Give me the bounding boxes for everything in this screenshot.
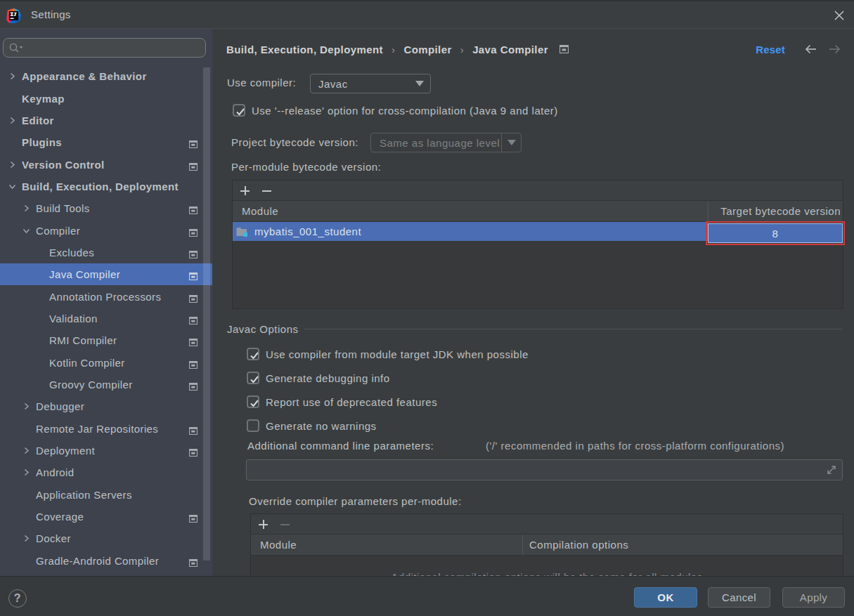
search-input[interactable] [3,38,206,58]
option-checkbox[interactable] [247,419,259,432]
sidebar-item-deployment[interactable]: Deployment [0,440,212,461]
configurable-icon-slot [189,447,198,454]
sidebar-item-excludes[interactable]: Excludes [0,242,212,263]
sidebar-item-plugins[interactable]: Plugins [0,131,212,153]
sidebar-item-label: Appearance & Behavior [22,70,147,82]
target-bytecode-cell[interactable]: 8 [708,223,843,243]
add-module-button[interactable] [239,185,251,197]
tree-arrow-spacer [19,510,33,524]
sidebar-item-label: Groovy Compiler [49,379,133,391]
project-bytecode-select[interactable]: Same as language level [370,133,522,152]
sidebar-item-annotation-processors[interactable]: Annotation Processors [0,285,212,307]
sidebar-item-label: Java Compiler [49,268,120,280]
settings-sidebar: Appearance & BehaviorKeymapEditorPlugins… [0,29,212,576]
compilation-options-column-header[interactable]: Compilation options [523,535,843,555]
sidebar-item-version-control[interactable]: Version Control [0,153,212,175]
sidebar-item-compiler[interactable]: Compiler [0,219,212,241]
apply-button[interactable]: Apply [782,587,845,608]
sidebar-item-java-compiler[interactable]: Java Compiler [0,263,212,285]
sidebar-item-label: Editor [22,114,54,126]
tree-collapse-arrow[interactable] [5,179,19,193]
sidebar-scrollbar[interactable] [203,67,210,561]
sidebar-item-label: Docker [36,532,71,544]
reset-link[interactable]: Reset [756,44,785,55]
release-option-checkbox[interactable] [233,104,245,117]
close-icon[interactable] [833,9,846,22]
sidebar-item-android[interactable]: Android [0,461,212,483]
use-compiler-select[interactable]: Javac [310,74,431,93]
tree-expand-arrow[interactable] [19,444,33,458]
configurable-page-icon [189,207,198,214]
sidebar-item-build-execution-deployment[interactable]: Build, Execution, Deployment [0,176,212,197]
module-column-header[interactable]: Module [233,201,708,221]
module-cell[interactable]: mybatis_001_student [233,222,708,241]
remove-module-button[interactable] [261,185,273,197]
breadcrumb-item[interactable]: Compiler [403,44,451,55]
sidebar-item-remote-jar-repositories[interactable]: Remote Jar Repositories [0,418,212,440]
sidebar-item-label: Version Control [22,159,105,171]
option-row-use-compiler-from-module-target-jdk-when-possible: Use compiler from module target JDK when… [247,348,529,360]
checkmark-icon [247,372,261,386]
chevron-right-icon [8,72,16,80]
sidebar-item-application-servers[interactable]: Application Servers [0,484,212,506]
tree-arrow-spacer [32,355,46,369]
sidebar-item-validation[interactable]: Validation [0,308,212,329]
separator-line [304,329,843,329]
tree-arrow-spacer [32,377,46,391]
tree-expand-arrow[interactable] [5,157,19,171]
breadcrumb-item[interactable]: Java Compiler [472,44,548,55]
sidebar-item-groovy-compiler[interactable]: Groovy Compiler [0,374,212,395]
sidebar-item-build-tools[interactable]: Build Tools [0,197,212,219]
tree-expand-arrow[interactable] [19,532,33,546]
sidebar-item-label: Kotlin Compiler [49,357,125,369]
override-params-label: Override compiler parameters per-module: [249,492,462,511]
tree-expand-arrow[interactable] [5,113,19,127]
option-label: Report use of deprecated features [266,396,437,408]
breadcrumb-item[interactable]: Build, Execution, Deployment [226,44,383,55]
add-override-button[interactable] [257,518,269,530]
sidebar-item-keymap[interactable]: Keymap [0,87,212,109]
option-checkbox[interactable] [247,348,259,360]
option-checkbox[interactable] [247,395,259,408]
checkmark-icon [233,105,247,119]
override-table-empty-note: Additional compilation options will be t… [251,571,843,576]
sidebar-item-rmi-compiler[interactable]: RMI Compiler [0,329,212,351]
tree-expand-arrow[interactable] [19,202,33,216]
sidebar-item-appearance-behavior[interactable]: Appearance & Behavior [0,65,212,87]
help-button[interactable]: ? [8,589,27,608]
cancel-button[interactable]: Cancel [708,587,770,608]
tree-arrow-spacer [5,136,19,150]
module-bytecode-table: Module Target bytecode version mybatis_0… [232,180,843,309]
sidebar-item-gradle-android-compiler[interactable]: Gradle-Android Compiler [0,550,212,572]
sidebar-item-label: Android [36,466,75,478]
additional-params-label: Additional command line parameters: [247,436,434,456]
window-title: Settings [31,8,71,20]
sidebar-item-docker[interactable]: Docker [0,527,212,549]
target-bytecode-value: 8 [772,228,779,240]
override-table-toolbar [251,514,843,535]
footer-bar: ? OK Cancel Apply [0,576,854,616]
sidebar-item-kotlin-compiler[interactable]: Kotlin Compiler [0,351,212,373]
tree-expand-arrow[interactable] [5,70,19,84]
sidebar-item-coverage[interactable]: Coverage [0,506,212,527]
breadcrumb-separator-icon: › [460,44,465,55]
configurable-icon-slot [189,227,198,235]
configurable-page-icon [189,449,198,457]
forward-arrow-icon[interactable] [829,42,841,56]
override-module-column-header[interactable]: Module [251,535,522,555]
back-arrow-icon[interactable] [805,42,817,56]
tree-collapse-arrow[interactable] [19,223,33,237]
tree-expand-arrow[interactable] [19,466,33,480]
sidebar-item-debugger[interactable]: Debugger [0,395,212,417]
expand-field-icon[interactable] [826,464,837,476]
additional-params-input[interactable] [247,460,826,480]
ok-button[interactable]: OK [634,587,697,608]
tree-expand-arrow[interactable] [19,400,33,414]
sidebar-item-editor[interactable]: Editor [0,110,212,131]
target-bytecode-column-header[interactable]: Target bytecode version [709,201,843,221]
configurable-icon-slot [189,161,198,169]
remove-override-button[interactable] [279,518,291,530]
configurable-icon-slot [189,138,198,146]
option-checkbox[interactable] [247,372,259,384]
configurable-icon-slot [189,425,198,433]
